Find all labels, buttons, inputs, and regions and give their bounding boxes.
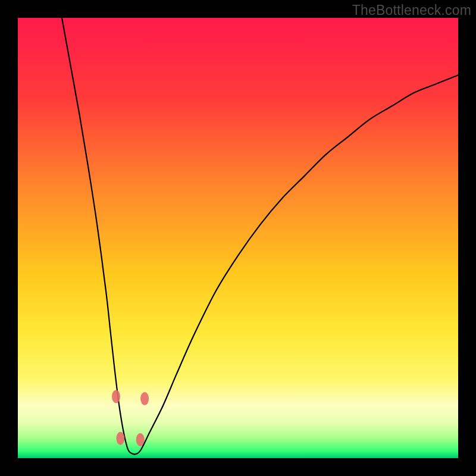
plot-area [18, 18, 458, 458]
trough-marker-2 [116, 432, 124, 445]
chart-frame: TheBottleneck.com [0, 0, 476, 476]
bottleneck-chart [18, 18, 458, 458]
watermark-text: TheBottleneck.com [352, 2, 471, 18]
gradient-background [18, 18, 458, 458]
trough-marker-1 [140, 392, 149, 405]
trough-marker-0 [112, 390, 120, 403]
trough-marker-3 [136, 433, 145, 446]
